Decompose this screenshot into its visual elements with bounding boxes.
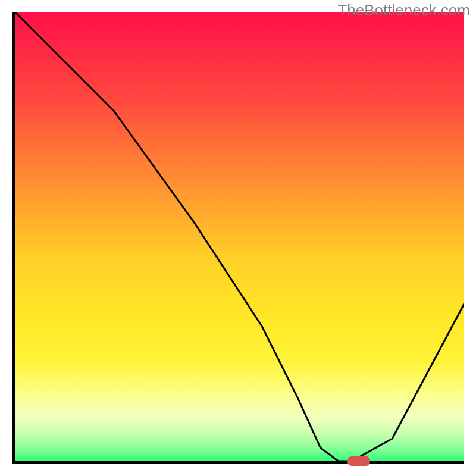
plot-area — [12, 12, 464, 464]
curve-line — [15, 12, 464, 461]
optimal-marker — [347, 456, 370, 465]
watermark-label: TheBottleneck.com — [337, 1, 470, 20]
chart-container: TheBottleneck.com — [0, 0, 476, 476]
